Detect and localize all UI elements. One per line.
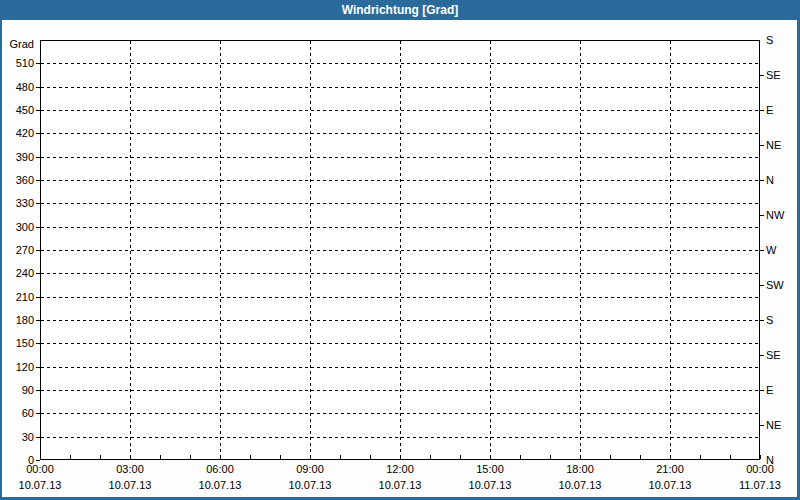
x-axis-time-label: 12:00 [365, 463, 435, 475]
x-axis-time-label: 09:00 [275, 463, 345, 475]
x-minor-tick [610, 455, 611, 459]
x-minor-tick [310, 455, 311, 459]
compass-tick [760, 390, 764, 391]
x-axis-date-label: 10.07.13 [185, 479, 255, 491]
y-axis-tick [36, 63, 40, 64]
x-minor-tick [520, 455, 521, 459]
y-axis-tick [36, 180, 40, 181]
compass-tick-label: SE [766, 349, 800, 361]
x-minor-tick [220, 455, 221, 459]
x-minor-tick [100, 455, 101, 459]
y-axis-tick-label: 120 [0, 361, 34, 373]
y-axis-tick-label: 300 [0, 221, 34, 233]
y-axis-tick-label: 360 [0, 174, 34, 186]
frame-border-left [0, 20, 2, 500]
y-axis-tick-label: 240 [0, 267, 34, 279]
x-minor-tick [370, 455, 371, 459]
x-minor-tick [490, 455, 491, 459]
y-axis-tick [36, 133, 40, 134]
y-axis-tick [36, 367, 40, 368]
y-axis-tick [36, 320, 40, 321]
x-axis-time-label: 03:00 [95, 463, 165, 475]
y-axis-tick [36, 460, 40, 461]
x-axis-date-label: 10.07.13 [275, 479, 345, 491]
compass-tick [760, 145, 764, 146]
y-axis-tick [36, 390, 40, 391]
y-axis-tick [36, 297, 40, 298]
x-minor-tick [280, 455, 281, 459]
chart-window: Windrichtung [Grad] Grad5104804504203903… [0, 0, 800, 500]
x-minor-tick [340, 455, 341, 459]
x-axis-date-label: 10.07.13 [455, 479, 525, 491]
y-axis-tick-label: 480 [0, 81, 34, 93]
x-minor-tick [670, 455, 671, 459]
y-axis-tick-label: 210 [0, 291, 34, 303]
compass-tick-label: NE [766, 139, 800, 151]
y-axis-tick [36, 437, 40, 438]
x-gridline [130, 41, 131, 459]
compass-tick [760, 355, 764, 356]
x-axis-time-label: 06:00 [185, 463, 255, 475]
x-minor-tick [730, 455, 731, 459]
y-axis-tick-label: 180 [0, 314, 34, 326]
x-axis-date-label: 10.07.13 [545, 479, 615, 491]
x-axis-date-label: 10.07.13 [635, 479, 705, 491]
compass-tick [760, 320, 764, 321]
x-minor-tick [400, 455, 401, 459]
compass-tick-label: N [766, 174, 800, 186]
x-axis-date-label: 10.07.13 [365, 479, 435, 491]
compass-tick-label: W [766, 244, 800, 256]
y-axis-tick [36, 110, 40, 111]
x-gridline [490, 41, 491, 459]
x-axis-time-label: 21:00 [635, 463, 705, 475]
y-axis-tick-label: 30 [0, 431, 34, 443]
compass-tick [760, 75, 764, 76]
y-axis-tick-label: 270 [0, 244, 34, 256]
y-axis-tick-label: 90 [0, 384, 34, 396]
compass-tick [760, 250, 764, 251]
x-gridline [580, 41, 581, 459]
x-minor-tick [430, 455, 431, 459]
y-axis-tick [36, 87, 40, 88]
y-axis-tick-label: 330 [0, 197, 34, 209]
y-axis-tick [36, 157, 40, 158]
x-axis-time-label: 00:00 [5, 463, 75, 475]
y-axis-tick [36, 413, 40, 414]
compass-tick [760, 180, 764, 181]
chart-canvas: Grad510480450420390360330300270240210180… [0, 0, 800, 500]
compass-tick-label: SE [766, 69, 800, 81]
x-axis-date-label: 10.07.13 [95, 479, 165, 491]
compass-tick-label: NW [766, 209, 800, 221]
compass-tick-label: E [766, 384, 800, 396]
x-axis-time-label: 00:00 [725, 463, 795, 475]
x-minor-tick [130, 455, 131, 459]
x-gridline [220, 41, 221, 459]
x-minor-tick [760, 455, 761, 459]
x-minor-tick [160, 455, 161, 459]
x-minor-tick [640, 455, 641, 459]
x-axis-date-label: 10.07.13 [5, 479, 75, 491]
y-axis-tick [36, 250, 40, 251]
x-gridline [400, 41, 401, 459]
compass-tick [760, 425, 764, 426]
y-axis-tick-label: 510 [0, 57, 34, 69]
compass-tick [760, 285, 764, 286]
x-minor-tick [40, 455, 41, 459]
compass-tick-label: SW [766, 279, 800, 291]
compass-tick-label: S [766, 314, 800, 326]
y-axis-tick [36, 343, 40, 344]
compass-tick-label: E [766, 104, 800, 116]
compass-tick-label: S [766, 34, 800, 46]
compass-tick-label: NE [766, 419, 800, 431]
x-minor-tick [190, 455, 191, 459]
x-axis-time-label: 18:00 [545, 463, 615, 475]
x-minor-tick [70, 455, 71, 459]
y-axis-tick-label: 390 [0, 151, 34, 163]
y-axis-tick-label: 60 [0, 407, 34, 419]
x-minor-tick [550, 455, 551, 459]
x-gridline [310, 41, 311, 459]
y-axis-tick-label: 450 [0, 104, 34, 116]
y-axis-tick-label: 150 [0, 337, 34, 349]
compass-tick [760, 215, 764, 216]
y-axis-tick [36, 203, 40, 204]
